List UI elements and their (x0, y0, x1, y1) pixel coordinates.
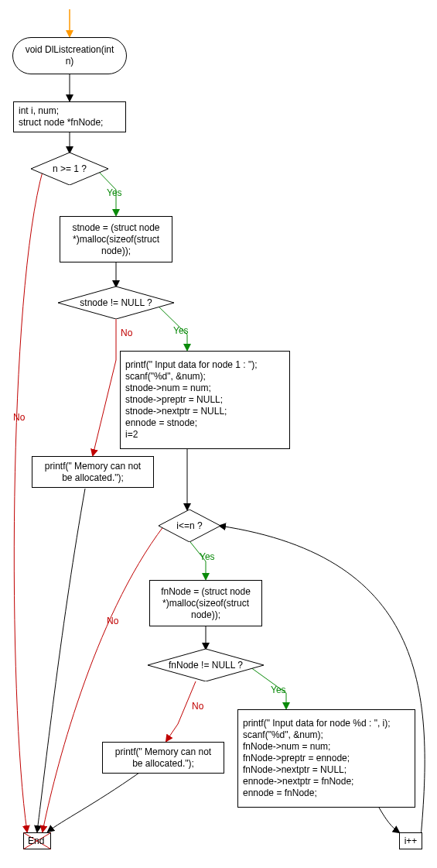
process-loop-body: printf(" Input data for node %d : ", i);… (237, 709, 415, 808)
decision-i-le-n: i<=n ? (159, 509, 220, 542)
process-loop-body-label: printf(" Input data for node %d : ", i);… (243, 718, 391, 799)
process-fnNode-malloc: fnNode = (struct node *)malloc(sizeof(st… (149, 580, 262, 626)
edge-label-cond_n-yes: Yes (107, 187, 122, 198)
edge-label-cond_st-no: No (121, 328, 132, 338)
decision-fnNode-not-null: fnNode != NULL ? (148, 649, 264, 681)
decision-stnode-not-null: stnode != NULL ? (58, 286, 174, 319)
edge-cond_loop-no (43, 526, 164, 832)
decision-i-le-n-label: i<=n ? (176, 520, 202, 532)
process-fnNode-malloc-label: fnNode = (struct node *)malloc(sizeof(st… (161, 586, 251, 621)
process-stnode-malloc-label: stnode = (struct node *)malloc(sizeof(st… (72, 222, 159, 257)
edge-mem2-end (48, 773, 139, 832)
process-increment-label: i++ (405, 835, 418, 847)
process-init-block: printf(" Input data for node 1 : "); sca… (120, 351, 290, 449)
flowchart: void DlListcreation(int n) int i, num; s… (0, 0, 437, 868)
decision-fnNode-not-null-label: fnNode != NULL ? (169, 660, 243, 671)
edge-label-cond_n-no: No (13, 412, 25, 423)
edge-label-cond_loop-yes: Yes (200, 551, 215, 562)
process-mem-error-2: printf(" Memory can not be allocated."); (102, 742, 224, 774)
edge-mem1-end (37, 489, 85, 832)
decision-stnode-not-null-label: stnode != NULL ? (80, 297, 152, 309)
edge-body-incr (379, 808, 399, 832)
terminator-start: void DlListcreation(int n) (12, 37, 127, 74)
edge-label-cond_fn-yes: Yes (271, 684, 286, 695)
process-mem-error-2-label: printf(" Memory can not be allocated."); (115, 746, 211, 770)
process-stnode-malloc: stnode = (struct node *)malloc(sizeof(st… (60, 216, 172, 262)
edge-label-cond_fn-no: No (192, 701, 203, 712)
process-mem-error-1: printf(" Memory can not be allocated."); (32, 456, 154, 488)
decision-n-ge-1-label: n >= 1 ? (53, 163, 87, 175)
process-mem-error-1-label: printf(" Memory can not be allocated."); (45, 461, 141, 484)
decision-n-ge-1: n >= 1 ? (31, 153, 108, 185)
edge-label-cond_loop-no: No (107, 616, 118, 626)
edge-cond_st-no (93, 319, 116, 455)
edge-label-cond_st-yes: Yes (173, 325, 189, 336)
terminator-end-label: End (28, 835, 44, 846)
process-decls: int i, num; struct node *fnNode; (13, 101, 126, 132)
terminator-start-label: void DlListcreation(int n) (26, 44, 114, 67)
process-decls-label: int i, num; struct node *fnNode; (19, 105, 103, 129)
process-increment: i++ (399, 832, 422, 849)
edge-cond_n-no (14, 169, 43, 832)
terminator-end: End (23, 832, 51, 849)
process-init-block-label: printf(" Input data for node 1 : "); sca… (125, 359, 258, 441)
